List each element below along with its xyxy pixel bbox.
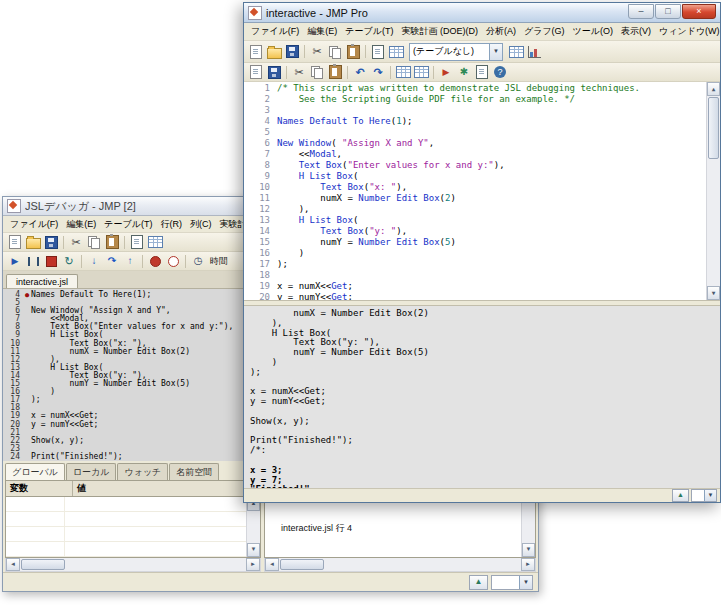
copy-button[interactable]: [308, 64, 326, 80]
journal-button[interactable]: [369, 44, 387, 60]
save-icon: [45, 236, 58, 249]
data-table-button[interactable]: [387, 44, 405, 60]
paste-button[interactable]: [344, 44, 362, 60]
scroll-right-icon[interactable]: ►: [246, 558, 260, 571]
scroll-thumb[interactable]: [708, 97, 719, 159]
breakpoint-item[interactable]: interactive.jsl 行 4: [281, 522, 352, 535]
menu-item[interactable]: 分析(A): [482, 24, 520, 39]
menu-item[interactable]: 実験計画 (DOE)(D): [397, 24, 482, 39]
open-button[interactable]: [24, 234, 42, 250]
profiler-clock-button[interactable]: ◷: [189, 253, 207, 269]
code-text: ): [277, 248, 304, 259]
variables-scrollbar[interactable]: ▲ ▼: [246, 497, 260, 557]
script-editor[interactable]: 1/* This script was written to demonstra…: [244, 82, 720, 300]
step-into-button[interactable]: ↓: [85, 253, 103, 269]
menu-item[interactable]: グラフ(G): [520, 24, 569, 39]
variables-hscrollbar[interactable]: ◄ ►: [5, 558, 261, 572]
menu-item[interactable]: 列(C): [186, 217, 216, 232]
scope-tab[interactable]: 名前空間: [169, 463, 219, 480]
clear-breakpoints-button[interactable]: [164, 253, 182, 269]
script-titlebar[interactable]: interactive - JMP Pro –□×: [244, 3, 720, 23]
scope-tab[interactable]: グローバル: [5, 463, 65, 480]
variables-table[interactable]: ▲ ▼: [5, 497, 261, 558]
menu-item[interactable]: テーブル(T): [341, 24, 397, 39]
cut-button[interactable]: ✂: [67, 234, 85, 250]
scroll-down-icon[interactable]: ▼: [522, 543, 535, 557]
log-window-button[interactable]: [473, 64, 491, 80]
run-button[interactable]: ▶: [6, 253, 24, 269]
bottombar-dropdown[interactable]: ▼: [691, 489, 717, 502]
breakpoint-gutter: [23, 340, 31, 348]
scroll-down-icon[interactable]: ▼: [247, 543, 260, 557]
step-over-button[interactable]: ↷: [103, 253, 121, 269]
menu-item[interactable]: ツール(O): [569, 24, 617, 39]
statusbar-dropdown[interactable]: ▼: [491, 575, 533, 590]
toggle-breakpoint-button[interactable]: [146, 253, 164, 269]
new-data-table-button[interactable]: [412, 64, 430, 80]
window-controls: –□×: [628, 3, 716, 19]
collapse-pane-button[interactable]: ▲: [672, 489, 689, 502]
scroll-thumb[interactable]: [280, 559, 324, 570]
run-script-button[interactable]: ▶: [437, 64, 455, 80]
stop-button[interactable]: [42, 253, 60, 269]
redo-button[interactable]: ↷: [369, 64, 387, 80]
menu-item[interactable]: 編集(E): [303, 24, 341, 39]
new-data-table-button[interactable]: [507, 44, 525, 60]
log-line: x = 3;: [250, 466, 720, 476]
save-button[interactable]: [283, 44, 301, 60]
table-selector-dropdown[interactable]: (テーブルなし) ▼: [409, 43, 503, 61]
paste-button[interactable]: [326, 64, 344, 80]
tab-interactive-jsl[interactable]: interactive.jsl: [6, 274, 78, 288]
log-line: Show(x, y);: [250, 417, 720, 427]
new-document-button[interactable]: [6, 234, 24, 250]
scroll-left-icon[interactable]: ◄: [265, 558, 279, 571]
menu-item[interactable]: ウィンドウ(W): [655, 24, 721, 39]
line-number: 8: [3, 323, 23, 331]
save-button[interactable]: [42, 234, 60, 250]
dropdown-arrow-icon: ▼: [704, 490, 716, 501]
help-button[interactable]: ?: [491, 64, 509, 80]
maximize-button[interactable]: □: [655, 4, 681, 19]
menu-item[interactable]: ファイル(F): [247, 24, 303, 39]
redo-icon: ↷: [373, 67, 382, 78]
journal-button[interactable]: [128, 234, 146, 250]
menu-item[interactable]: テーブル(T): [100, 217, 156, 232]
scroll-up-icon[interactable]: ▲: [707, 82, 720, 96]
paste-button[interactable]: [103, 234, 121, 250]
scroll-right-icon[interactable]: ►: [521, 558, 535, 571]
pause-button[interactable]: [24, 253, 42, 269]
close-button[interactable]: ×: [682, 4, 716, 19]
data-table-button[interactable]: [394, 64, 412, 80]
open-script-button[interactable]: [247, 64, 265, 80]
save-script-button[interactable]: [265, 64, 283, 80]
log-line: [250, 407, 720, 417]
undo-button[interactable]: ↶: [351, 64, 369, 80]
cut-button[interactable]: ✂: [290, 64, 308, 80]
data-table-button[interactable]: [146, 234, 164, 250]
collapse-pane-button[interactable]: ▲: [469, 575, 488, 590]
minimize-button[interactable]: –: [628, 4, 654, 19]
copy-button[interactable]: [85, 234, 103, 250]
graph-builder-button[interactable]: [525, 44, 543, 60]
step-out-button[interactable]: ↑: [121, 253, 139, 269]
breakpoints-hscrollbar[interactable]: ◄ ►: [264, 558, 536, 572]
debug-script-button[interactable]: ✱: [455, 64, 473, 80]
code-text: Show(x, y);: [31, 437, 84, 445]
menu-item[interactable]: 行(R): [156, 217, 186, 232]
scroll-left-icon[interactable]: ◄: [6, 558, 20, 571]
menu-item[interactable]: 編集(E): [62, 217, 100, 232]
scroll-thumb[interactable]: [21, 559, 65, 570]
scope-tab[interactable]: ウォッチ: [117, 463, 168, 480]
open-button[interactable]: [265, 44, 283, 60]
breakpoint-marker-icon[interactable]: ●: [23, 291, 31, 299]
cut-button[interactable]: ✂: [308, 44, 326, 60]
menu-item[interactable]: 表示(V): [617, 24, 655, 39]
reset-button[interactable]: ↻: [60, 253, 78, 269]
scroll-down-icon[interactable]: ▼: [707, 286, 720, 300]
scope-tab[interactable]: ローカル: [66, 463, 117, 480]
copy-button[interactable]: [326, 44, 344, 60]
menu-item[interactable]: ファイル(F): [6, 217, 62, 232]
new-document-button[interactable]: [247, 44, 265, 60]
editor-scrollbar[interactable]: ▲ ▼: [706, 82, 720, 300]
log-pane[interactable]: numX = Number Edit Box(2) ), H List Box(…: [244, 306, 720, 488]
